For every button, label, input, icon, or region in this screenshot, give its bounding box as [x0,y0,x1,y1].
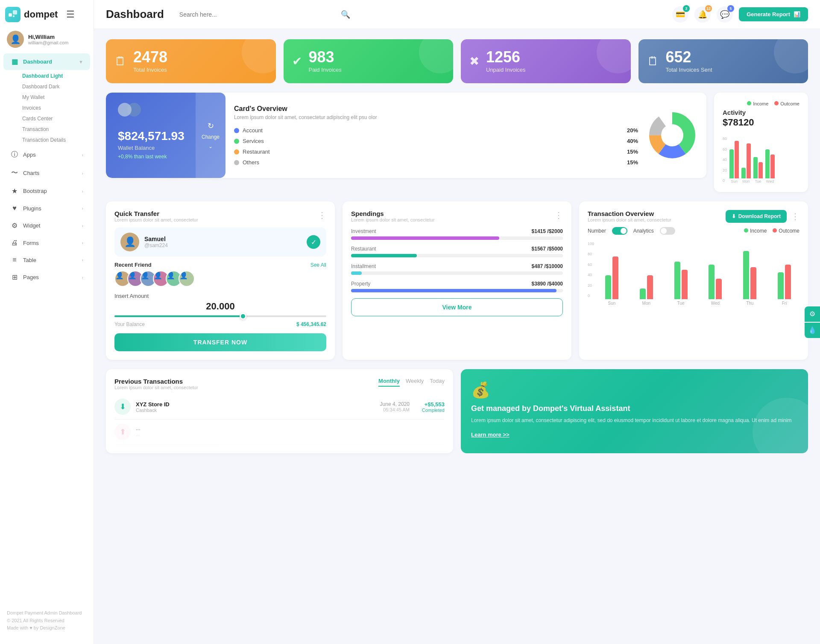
qt-slider-thumb [240,313,246,320]
chart-legend: Account 20% Services 40% Restaurant 15% [234,127,638,166]
spending-label: Installment [351,263,376,269]
charts-icon: 〜 [10,169,19,178]
submenu-item-dashboard-light[interactable]: Dashboard Light [19,71,94,81]
transfer-now-button[interactable]: TRANSFER NOW [114,333,326,351]
spending-bar-fill [351,271,362,275]
stat-card-unpaid: ✖ 1256 Unpaid Invoices [461,39,631,83]
qt-title: Quick Transfer [114,210,198,217]
more-options-icon[interactable]: ⋮ [791,211,800,221]
svg-point-7 [663,126,682,145]
tab-today[interactable]: Today [430,378,445,387]
submenu-item-dashboard-dark[interactable]: Dashboard Dark [19,82,94,92]
chevron-right-icon: › [82,206,83,211]
search-input[interactable] [179,11,337,18]
download-report-button[interactable]: ⬇ Download Report [726,210,787,223]
bar-income [765,149,770,178]
spending-bar-bg [351,236,563,240]
settings-icon-btn[interactable]: ⚙ [805,306,820,322]
toggle-number[interactable] [612,227,627,235]
chevron-right-icon: › [82,171,83,176]
logo-text: dompet [24,9,58,20]
header: Dashboard 🔍 💳 2 🔔 12 💬 5 Generate Report… [94,0,820,29]
qt-amount-value: 20.000 [114,301,326,312]
prev-tx-title: Previous Transactions [114,378,198,385]
va-learn-more-link[interactable]: Learn more >> [471,431,510,438]
spending-amount: $3890 /$4000 [532,281,563,287]
stat-num-total: 2478 [133,50,167,65]
forms-icon: 🖨 [10,239,19,247]
chat-icon-btn[interactable]: 💬 5 [717,6,733,23]
more-options-icon[interactable]: ⋮ [318,210,326,220]
sidebar-item-charts[interactable]: 〜 Charts › [3,164,90,182]
table-icon: ≡ [10,256,19,264]
wallet-icon-btn[interactable]: 💳 2 [672,6,688,23]
user-email: william@gmail.com [28,40,68,45]
submenu-item-cards-center[interactable]: Cards Center [19,114,94,124]
qt-check-icon: ✓ [307,235,320,249]
sidebar-item-label: Forms [23,240,39,246]
bar-group-tue: Tue [666,262,696,306]
qt-see-all-link[interactable]: See All [310,262,326,268]
hamburger-icon[interactable]: ☰ [62,9,79,20]
dashboard-icon: ▦ [10,58,19,66]
submenu-item-transaction[interactable]: Transaction [19,124,94,134]
bell-icon-btn[interactable]: 🔔 12 [694,6,711,23]
sidebar-item-widget[interactable]: ⚙ Widget › [3,217,90,234]
sidebar-footer: Dompet Payment Admin Dashboard © 2021 Al… [0,604,94,637]
submenu-item-invoices[interactable]: Invoices [19,103,94,113]
tx-amount: +$5,553 [415,401,445,408]
view-more-button[interactable]: View More [351,298,563,316]
tx-icon: ⬆ [114,424,131,440]
invoice-icon: 🗒 [114,54,126,68]
chevron-right-icon: › [82,223,83,228]
stat-label-paid: Paid Invoices [309,67,342,73]
water-drop-icon-btn[interactable]: 💧 [805,323,820,338]
sidebar-item-pages[interactable]: ⊞ Pages › [3,269,90,286]
submenu-item-transaction-details[interactable]: Transaction Details [19,135,94,145]
bar-outcome [735,141,739,178]
generate-report-button[interactable]: Generate Report 📊 [739,7,808,21]
footer-brand: Dompet Payment Admin Dashboard [7,609,87,617]
transaction-overview-card: Transaction Overview Lorem ipsum dolor s… [579,201,808,360]
activity-amount: $78120 [723,117,800,128]
toggle-analytics[interactable] [660,227,675,235]
tab-weekly[interactable]: Weekly [406,378,424,387]
sidebar-item-forms[interactable]: 🖨 Forms › [3,235,90,251]
card-bg-circle [597,39,631,73]
bar-outcome [770,154,775,178]
qt-slider[interactable] [114,315,326,317]
chevron-right-icon: › [82,189,83,194]
va-icon: 💰 [471,381,798,399]
activity-card: Income Outcome Activity $78120 80 60 40 … [714,93,808,192]
sidebar-item-table[interactable]: ≡ Table › [3,252,90,268]
chevron-down-icon: ▼ [79,59,83,64]
wallet-change-button[interactable]: ↻ Change ⌄ [196,93,226,178]
qt-user-handle: @sam224 [144,242,168,248]
stat-card-sent: 🗒 652 Total Invoices Sent [638,39,808,83]
tx-toggles: Number Analytics Income Outcome [588,227,800,235]
stat-num-unpaid: 1256 [486,50,526,65]
friend-avatar[interactable]: 👤 [179,271,195,287]
refresh-icon: ↻ [208,121,214,131]
search-icon: 🔍 [341,10,350,19]
widget-icon: ⚙ [10,221,19,230]
sidebar-item-dashboard[interactable]: ▦ Dashboard ▼ [3,53,90,70]
spendings-card: Spendings Lorem ipsum dolor sit amet, co… [343,201,571,360]
spending-bar-bg [351,271,563,275]
wallet-change-label: Change [202,134,220,140]
donut-chart [647,110,698,161]
spending-label: Property [351,281,370,287]
sidebar-item-apps[interactable]: ⓘ Apps › [3,146,90,163]
bar-income [709,265,715,299]
sidebar-item-bootstrap[interactable]: ★ Bootstrap › [3,183,90,199]
avatar: 👤 [7,31,24,48]
tab-monthly[interactable]: Monthly [378,378,400,387]
more-options-icon[interactable]: ⋮ [554,210,563,220]
income-dot [747,101,751,105]
sidebar-item-plugins[interactable]: ♥ Plugins › [3,200,90,216]
toggle-number-label: Number [588,228,606,234]
tx-chart: 100 80 60 40 20 0 [588,242,800,306]
submenu-item-my-wallet[interactable]: My Wallet [19,92,94,102]
download-label: Download Report [738,213,781,219]
bar-outcome [716,279,722,299]
